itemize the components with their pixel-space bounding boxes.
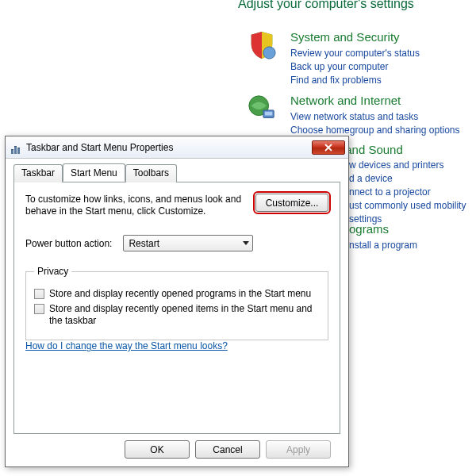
globe-icon (247, 94, 277, 124)
link-uninstall[interactable]: nstall a program (349, 239, 476, 252)
svg-rect-3 (265, 112, 273, 116)
svg-point-0 (263, 47, 275, 59)
customize-description: To customize how links, icons, and menus… (25, 194, 243, 217)
link-projector[interactable]: nnect to a projector (349, 186, 476, 199)
link-review-status[interactable]: Review your computer's status (290, 47, 469, 60)
window-icon (9, 141, 21, 154)
section-title-system-security[interactable]: System and Security (290, 30, 469, 44)
control-panel-heading: Adjust your computer's settings (238, 0, 414, 11)
power-button-label: Power button action: (25, 238, 112, 249)
taskbar-properties-dialog: Taskbar and Start Menu Properties Taskba… (5, 136, 349, 467)
chevron-down-icon (243, 241, 249, 245)
power-button-value: Restart (129, 238, 159, 249)
privacy-group: Privacy Store and display recently opene… (25, 266, 328, 340)
checkbox-recent-items[interactable] (34, 304, 44, 314)
link-add-device[interactable]: d a device (349, 172, 476, 186)
ok-button[interactable]: OK (125, 440, 190, 459)
link-backup[interactable]: Back up your computer (290, 60, 469, 74)
customize-button[interactable]: Customize... (255, 194, 328, 212)
titlebar[interactable]: Taskbar and Start Menu Properties (6, 136, 348, 159)
checkbox-recent-programs[interactable] (34, 289, 44, 299)
close-button[interactable] (312, 140, 345, 155)
power-button-dropdown[interactable]: Restart (123, 235, 253, 251)
link-network-status[interactable]: View network status and tasks (290, 110, 469, 124)
tab-start-menu[interactable]: Start Menu (63, 163, 125, 182)
tab-panel: To customize how links, icons, and menus… (13, 182, 340, 434)
cancel-button[interactable]: Cancel (195, 440, 260, 459)
help-link[interactable]: How do I change the way the Start menu l… (25, 340, 228, 351)
tab-taskbar[interactable]: Taskbar (13, 164, 63, 182)
apply-button: Apply (266, 440, 331, 459)
link-find-fix[interactable]: Find and fix problems (290, 74, 469, 87)
checkbox-recent-programs-label: Store and display recently opened progra… (49, 288, 311, 300)
link-devices-printers[interactable]: w devices and printers (349, 159, 476, 172)
section-title-network[interactable]: Network and Internet (290, 94, 469, 107)
shield-icon (247, 30, 277, 60)
tab-toolbars[interactable]: Toolbars (125, 164, 177, 182)
privacy-legend: Privacy (34, 266, 71, 277)
section-title-programs[interactable]: ograms (349, 222, 476, 236)
checkbox-recent-items-label: Store and display recently opened items … (49, 303, 320, 327)
tabstrip: Taskbar Start Menu Toolbars (13, 163, 340, 182)
dialog-title: Taskbar and Start Menu Properties (26, 142, 312, 153)
